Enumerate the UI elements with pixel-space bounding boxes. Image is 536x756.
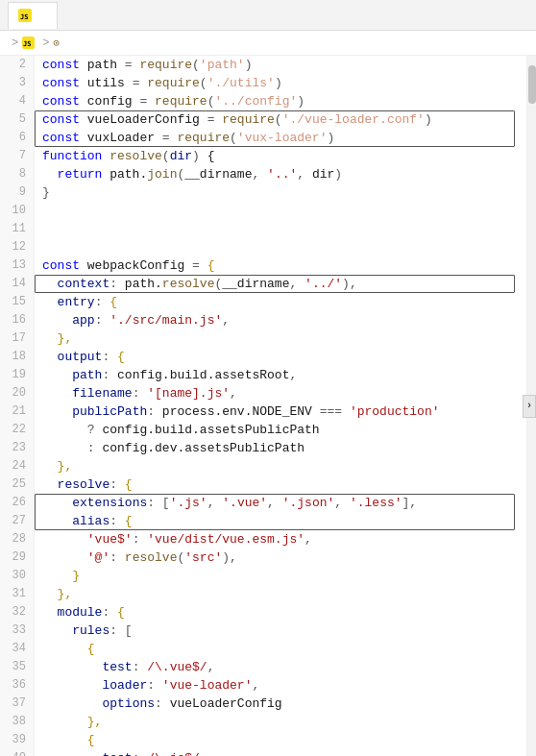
code-line: app: './src/main.js', <box>42 311 526 329</box>
line-number: 25 <box>4 476 26 494</box>
line-number: 20 <box>4 384 26 402</box>
line-number: 39 <box>4 731 26 749</box>
code-line: const vueLoaderConfig = require('./vue-l… <box>42 110 526 129</box>
line-number: 36 <box>4 676 26 695</box>
code-line: const config = require('../config') <box>42 92 526 110</box>
code-line <box>42 220 526 238</box>
code-line: function resolve(dir) { <box>42 147 526 165</box>
code-line <box>42 238 526 256</box>
code-line: }, <box>42 713 526 731</box>
app-container: JS > JS > ⊙ 2345678910111213141516171819… <box>0 0 536 756</box>
code-line: publicPath: process.env.NODE_ENV === 'pr… <box>42 402 526 421</box>
line-number: 19 <box>4 366 26 384</box>
line-number: 23 <box>4 439 26 457</box>
code-line: 'vue$': 'vue/dist/vue.esm.js', <box>42 530 526 549</box>
tab-webpack-base[interactable]: JS <box>8 2 58 29</box>
scrollbar-thumb[interactable] <box>528 65 536 104</box>
line-number: 30 <box>4 567 26 585</box>
line-number: 40 <box>4 749 26 756</box>
line-number: 15 <box>4 293 26 311</box>
code-line: '@': resolve('src'), <box>42 549 526 567</box>
line-number: 8 <box>4 165 26 183</box>
line-number: 4 <box>4 92 26 110</box>
breadcrumb-sep-1: > <box>12 37 18 50</box>
breadcrumb-config-icon: ⊙ <box>53 37 60 49</box>
code-line: context: path.resolve(__dirname, '../'), <box>42 275 526 293</box>
line-number: 5 <box>4 110 26 129</box>
line-number: 12 <box>4 238 26 256</box>
code-line: return path.join(__dirname, '..', dir) <box>42 165 526 183</box>
line-numbers: 2345678910111213141516171819202122232425… <box>0 56 35 756</box>
line-number: 33 <box>4 622 26 640</box>
line-number: 35 <box>4 658 26 676</box>
breadcrumb-file-icon: JS <box>22 37 35 49</box>
line-number: 28 <box>4 530 26 549</box>
code-line: const vuxLoader = require('vux-loader') <box>42 129 526 147</box>
svg-text:JS: JS <box>23 40 31 48</box>
tab-bar: JS <box>0 0 536 31</box>
code-line: { <box>42 731 526 749</box>
line-number: 38 <box>4 713 26 731</box>
code-container: 2345678910111213141516171819202122232425… <box>0 56 536 756</box>
line-number: 7 <box>4 147 26 165</box>
code-line: path: config.build.assetsRoot, <box>42 366 526 384</box>
code-line: const webpackConfig = { <box>42 256 526 275</box>
line-number: 26 <box>4 494 26 512</box>
code-line: resolve: { <box>42 476 526 494</box>
collapse-arrow[interactable]: › <box>523 395 536 418</box>
tab-icon-js: JS <box>18 9 32 22</box>
line-number: 37 <box>4 695 26 713</box>
line-number: 9 <box>4 183 26 202</box>
code-line: options: vueLoaderConfig <box>42 695 526 713</box>
code-line: ? config.build.assetsPublicPath <box>42 421 526 439</box>
code-line: } <box>42 567 526 585</box>
line-number: 31 <box>4 585 26 603</box>
code-line: test: /\.vue$/, <box>42 658 526 676</box>
code-line: }, <box>42 329 526 348</box>
line-number: 32 <box>4 603 26 622</box>
code-line: : config.dev.assetsPublicPath <box>42 439 526 457</box>
line-number: 2 <box>4 56 26 74</box>
line-number: 16 <box>4 311 26 329</box>
code-content: const path = require('path')const utils … <box>35 56 526 756</box>
code-line: output: { <box>42 348 526 366</box>
code-line: }, <box>42 585 526 603</box>
code-line: loader: 'vue-loader', <box>42 676 526 695</box>
code-line: alias: { <box>42 512 526 530</box>
code-line: test: /\.js$/, <box>42 749 526 756</box>
line-number: 21 <box>4 402 26 421</box>
code-line: }, <box>42 457 526 476</box>
svg-text:JS: JS <box>20 13 28 21</box>
line-number: 11 <box>4 220 26 238</box>
code-line: const utils = require('./utils') <box>42 74 526 92</box>
code-line: rules: [ <box>42 622 526 640</box>
line-number: 34 <box>4 640 26 658</box>
line-number: 3 <box>4 74 26 92</box>
line-number: 24 <box>4 457 26 476</box>
line-number: 10 <box>4 202 26 220</box>
code-line: } <box>42 183 526 202</box>
code-line: module: { <box>42 603 526 622</box>
code-line: filename: '[name].js', <box>42 384 526 402</box>
code-line <box>42 202 526 220</box>
line-number: 29 <box>4 549 26 567</box>
line-number: 13 <box>4 256 26 275</box>
line-number: 14 <box>4 275 26 293</box>
line-number: 17 <box>4 329 26 348</box>
line-number: 6 <box>4 129 26 147</box>
code-line: entry: { <box>42 293 526 311</box>
code-line: { <box>42 640 526 658</box>
breadcrumb: > JS > ⊙ <box>0 31 536 56</box>
line-number: 27 <box>4 512 26 530</box>
code-line: extensions: ['.js', '.vue', '.json', '.l… <box>42 494 526 512</box>
line-number: 18 <box>4 348 26 366</box>
breadcrumb-sep-2: > <box>42 37 49 50</box>
code-line: const path = require('path') <box>42 56 526 74</box>
line-number: 22 <box>4 421 26 439</box>
